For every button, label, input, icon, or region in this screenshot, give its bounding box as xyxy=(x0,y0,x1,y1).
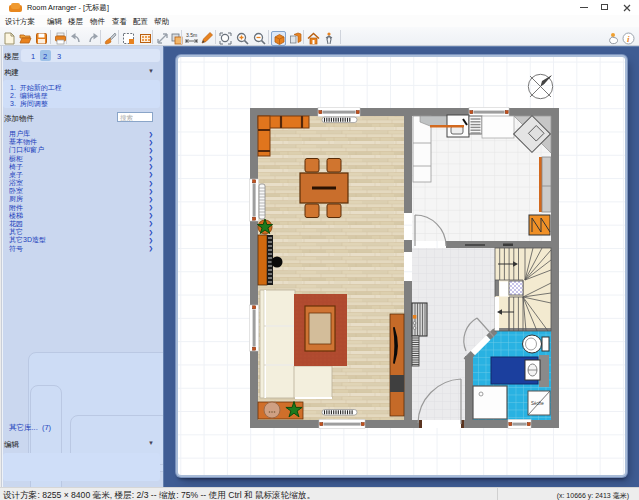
svg-text:Sèche: Sèche xyxy=(531,401,544,406)
svg-text:3.5m: 3.5m xyxy=(186,32,197,38)
